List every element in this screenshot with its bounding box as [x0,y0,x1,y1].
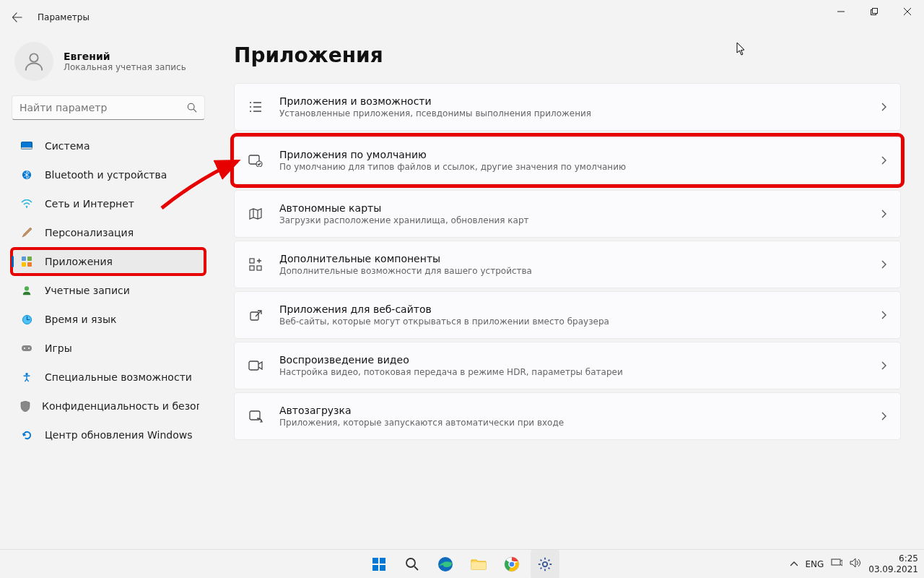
arrow-left-icon [12,12,22,22]
settings-window: Параметры Евгений [0,0,924,549]
svg-point-36 [543,561,547,566]
sidebar-item-bluetooth[interactable]: Bluetooth и устройства [12,162,205,188]
taskbar-explorer[interactable] [464,550,493,579]
main-content: Приложения Приложения и возможности Уста… [217,35,924,549]
svg-rect-21 [250,266,254,270]
chevron-right-icon [881,359,887,373]
taskbar: ENG 6:25 03.09.2021 [0,549,924,578]
chevron-right-icon [881,154,887,168]
search-box[interactable] [12,95,205,120]
gear-icon [537,556,553,572]
sidebar-item-system[interactable]: Система [12,133,205,159]
maximize-icon [871,8,878,15]
card-subtitle: Установленные приложения, псевдонимы вып… [279,108,866,118]
map-icon [248,207,263,220]
sidebar-item-label: Приложения [45,256,113,267]
card-subtitle: Настройка видео, потоковая передача в ре… [279,367,866,377]
sidebar-item-label: Персонализация [45,227,134,238]
taskbar-edge[interactable] [431,550,460,579]
folder-icon [471,558,487,571]
svg-point-35 [509,561,515,567]
svg-rect-14 [22,345,32,351]
sidebar-item-personalization[interactable]: Персонализация [12,220,205,246]
svg-point-7 [26,207,27,208]
card-title: Приложения для веб-сайтов [279,303,866,315]
svg-rect-32 [471,562,486,569]
svg-point-2 [30,53,38,61]
card-subtitle: Приложения, которые запускаются автомати… [279,418,866,428]
sidebar-item-label: Время и язык [45,314,116,325]
sidebar-item-label: Учетные записи [45,285,130,296]
card-title: Дополнительные компоненты [279,253,866,264]
startup-icon [248,410,263,423]
card-title: Приложения по умолчанию [279,149,866,160]
settings-cards: Приложения и возможности Установленные п… [234,83,901,440]
card-default-apps[interactable]: Приложения по умолчанию По умолчанию для… [234,137,901,184]
svg-point-16 [28,348,30,349]
card-subtitle: По умолчанию для типов файлов и ссылок, … [279,162,866,172]
taskbar-settings[interactable] [531,550,559,579]
user-subtitle: Локальная учетная запись [64,62,186,72]
sidebar-item-label: Конфиденциальность и безопасность [42,400,199,412]
sidebar: Евгений Локальная учетная запись Система [0,35,217,549]
clock-globe-icon [20,313,33,326]
sidebar-item-privacy[interactable]: Конфиденциальность и безопасность [12,393,205,419]
svg-rect-27 [380,558,385,564]
sidebar-item-gaming[interactable]: Игры [12,335,205,361]
system-tray: ENG 6:25 03.09.2021 [790,553,918,574]
taskbar-search[interactable] [398,550,427,579]
minimize-button[interactable] [824,0,858,23]
card-startup[interactable]: Автозагрузка Приложения, которые запуска… [234,392,901,440]
sidebar-item-network[interactable]: Сеть и Интернет [12,191,205,217]
start-button[interactable] [365,550,393,579]
sidebar-item-update[interactable]: Центр обновления Windows [12,422,205,448]
avatar [14,42,53,81]
maximize-button[interactable] [858,0,891,23]
svg-rect-9 [27,256,32,261]
card-video-playback[interactable]: Воспроизведение видео Настройка видео, п… [234,342,901,389]
svg-point-15 [24,348,25,349]
back-button[interactable] [0,0,35,35]
tray-volume-icon[interactable] [850,558,861,570]
card-apps-websites[interactable]: Приложения для веб-сайтов Веб-сайты, кот… [234,291,901,339]
card-subtitle: Веб-сайты, которые могут открываться в п… [279,316,866,327]
close-button[interactable] [891,0,924,23]
chevron-right-icon [881,410,887,423]
chevron-right-icon [881,258,887,272]
svg-rect-29 [380,565,385,571]
card-title: Воспроизведение видео [279,354,866,366]
video-icon [248,360,263,371]
sidebar-item-apps[interactable]: Приложения [12,249,205,275]
tray-date: 03.09.2021 [868,564,918,574]
card-title: Автономные карты [279,202,866,214]
search-input[interactable] [19,102,187,113]
tray-clock[interactable]: 6:25 03.09.2021 [868,553,918,574]
card-optional-features[interactable]: Дополнительные компоненты Дополнительные… [234,241,901,288]
tray-language[interactable]: ENG [805,559,824,569]
user-block[interactable]: Евгений Локальная учетная запись [12,35,205,95]
nav-list: Система Bluetooth и устройства Сеть и Ин… [12,133,205,448]
chrome-icon [504,556,520,572]
tray-network-icon[interactable] [831,558,842,570]
chevron-right-icon [881,207,887,221]
sidebar-item-label: Центр обновления Windows [45,429,192,441]
update-icon [20,428,33,441]
person-icon [23,51,45,72]
svg-rect-5 [22,147,32,150]
sidebar-item-accessibility[interactable]: Специальные возможности [12,364,205,390]
card-offline-maps[interactable]: Автономные карты Загрузки расположение х… [234,190,901,238]
minimize-icon [837,8,845,15]
svg-rect-8 [22,256,26,261]
tray-expand-icon[interactable] [790,559,798,569]
sidebar-item-time[interactable]: Время и язык [12,306,205,332]
sidebar-item-label: Игры [45,342,72,354]
accessibility-icon [20,371,33,384]
svg-point-17 [25,373,28,376]
taskbar-chrome[interactable] [497,550,526,579]
edge-icon [437,556,453,572]
windows-icon [372,557,386,571]
shield-icon [20,400,30,413]
sidebar-item-accounts[interactable]: Учетные записи [12,277,205,303]
card-apps-features[interactable]: Приложения и возможности Установленные п… [234,83,901,131]
search-icon [187,103,197,113]
